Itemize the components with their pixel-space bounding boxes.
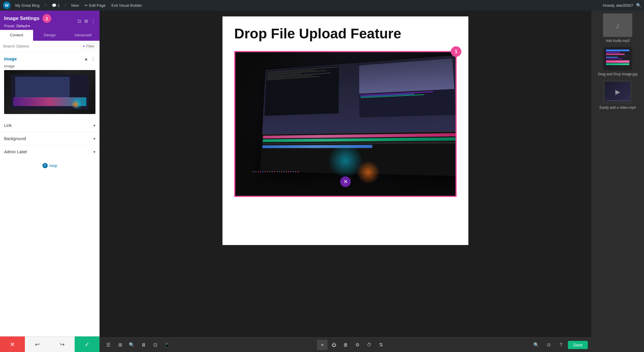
help-button[interactable]: ? Help [42,163,57,168]
wp-logo[interactable]: W [3,1,11,9]
dot [272,171,273,172]
image-field-label: Image [0,64,100,70]
canvas-area: Drop File Upload Feature 1 [100,11,591,352]
more-icon[interactable]: ⋮ [91,18,95,24]
admin-label-section[interactable]: Admin Label ▾ [0,145,100,158]
background-section[interactable]: Background ▾ [0,132,100,145]
toggle-button[interactable]: ⏻ [329,340,339,350]
admin-bar-edit[interactable]: ✏ Edit Page [83,3,107,8]
plus-icon: + [83,44,85,48]
image-close-button[interactable]: ✕ [340,176,351,187]
media-item-video[interactable]: ▶ Easily add a video.mp4 [594,80,641,110]
media-item-image[interactable]: Drag and Drop Image.jpg [594,47,641,76]
save-button[interactable]: Save [568,341,588,349]
image-label: Drag and Drop Image.jpg [598,72,638,76]
tab-content[interactable]: Content [0,30,33,41]
main-layout: Image Settings 2 Preset: Default ▾ ⊡ ⊞ ⋮ [0,11,644,352]
close-x-icon: ✕ [343,178,348,185]
check-icon: ✓ [85,341,90,348]
audio-thumb: ♪ [603,13,632,37]
admin-bar-comments[interactable]: 💬 1 [51,3,61,8]
undo-button[interactable]: ↩ [25,336,50,352]
dot [253,171,254,172]
preset-prefix: Preset: [4,24,15,28]
sidebar-header: Image Settings 2 Preset: Default ▾ ⊡ ⊞ ⋮ [0,11,100,30]
preset-row: Preset: Default ▾ [4,23,51,28]
video-thumb-inner: ▶ [605,82,631,102]
filter-button[interactable]: + Filter [81,43,97,49]
dot [286,171,287,172]
redo-button[interactable]: ↪ [50,336,75,352]
help-icon: ? [42,163,48,168]
page-heading: Drop File Upload Feature [234,25,457,42]
dot [288,171,289,172]
search-input[interactable] [3,44,79,48]
close-button[interactable]: ✕ [0,336,25,352]
search-button[interactable]: 🔍 [126,340,137,350]
admin-bar-new[interactable]: New [70,3,80,8]
dot [283,171,285,172]
search-icon[interactable]: 🔍 [636,3,641,8]
dot [276,171,278,172]
tablet-button[interactable]: ⊡ [150,340,160,350]
admin-bar-exit-builder[interactable]: Exit Visual Builder [110,3,143,8]
dot [258,171,259,172]
close-icon: ✕ [10,341,15,348]
dot [265,171,266,172]
layers-button[interactable]: ⊙ [543,340,554,350]
grid-button[interactable]: ⊞ [115,340,125,350]
image-preview-container[interactable] [4,70,95,114]
history-button[interactable]: ⏱ [364,340,374,350]
dot [267,171,268,172]
zoom-button[interactable]: 🔍 [531,340,542,350]
selected-badge: 1 [451,46,461,57]
dot [281,171,282,172]
redo-icon: ↪ [60,341,65,348]
dot [290,171,292,172]
dot [293,171,294,172]
link-section[interactable]: Link ▾ [0,119,100,132]
section-more-icon[interactable]: ⋮ [91,56,95,62]
main-img-glow-orange [357,161,380,184]
help-toolbar-button[interactable]: ? [556,340,566,350]
toolbar-left: ☰ ⊞ 🔍 🖥 ⊡ 📱 [103,340,172,350]
selected-image-border[interactable]: 1 [234,51,457,197]
image-section: Image ▲ ⋮ Image [0,52,100,114]
canvas-content: Drop File Upload Feature 1 [100,11,591,337]
screen-row3 [606,54,625,55]
sidebar-header-left: Image Settings 2 Preset: Default ▾ [4,14,51,28]
screen-row1 [606,50,629,51]
preset-value[interactable]: Default ▾ [16,24,30,28]
media-item-audio[interactable]: ♪ Add Audio.mp3 [594,13,641,43]
screen-thumb-inner [605,48,631,69]
mobile-button[interactable]: 📱 [162,340,172,350]
copy-icon[interactable]: ⊡ [78,18,81,24]
admin-bar-site[interactable]: My Great Blog [14,3,41,8]
confirm-button[interactable]: ✓ [75,336,100,352]
section-controls: ▲ ⋮ [84,56,95,62]
link-section-title: Link [4,123,12,128]
separator2: + [64,3,66,7]
screen-row2 [606,52,620,53]
tab-advanced[interactable]: Advanced [66,30,100,41]
arrange-button[interactable]: ⇅ [376,340,386,350]
columns-icon[interactable]: ⊞ [84,18,88,24]
selected-image-wrapper: 1 [234,51,457,197]
settings-button[interactable]: ⚙ [352,340,363,350]
page-content: Drop File Upload Feature 1 [222,16,468,245]
desktop-button[interactable]: 🖥 [138,340,149,350]
collapse-icon[interactable]: ▲ [84,56,88,62]
img-screen [15,77,70,98]
sidebar-title-row: Image Settings 2 [4,14,51,23]
menu-button[interactable]: ☰ [103,340,114,350]
canvas-toolbar: ☰ ⊞ 🔍 🖥 ⊡ 📱 + ⏻ 🗑 ⚙ ⏱ ⇅ 🔍 ⊙ ? Save [100,337,591,352]
dot [274,171,275,172]
background-chevron-icon: ▾ [93,136,95,141]
delete-button[interactable]: 🗑 [340,340,351,350]
tab-design[interactable]: Design [33,30,66,41]
sidebar-title: Image Settings [4,16,40,21]
video-thumb: ▶ [603,80,632,104]
sidebar-tabs: Content Design Advanced [0,30,100,41]
add-element-button[interactable]: + [317,340,328,350]
sidebar-header-icons: ⊡ ⊞ ⋮ [78,18,95,24]
